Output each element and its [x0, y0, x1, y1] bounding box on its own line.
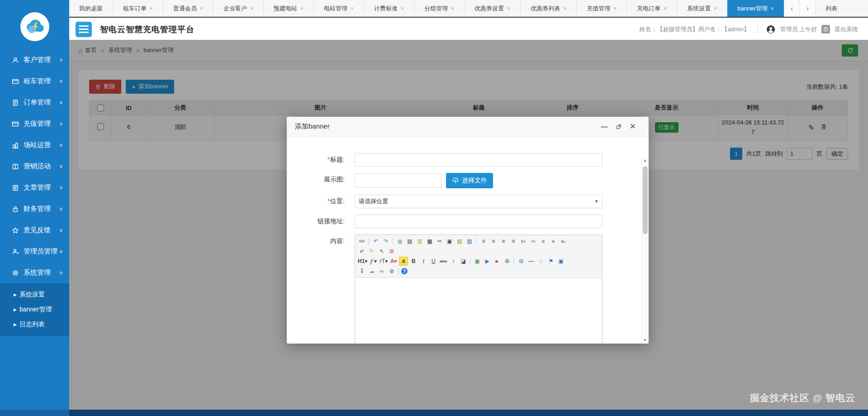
tab-3[interactable]: 普通会员×	[163, 0, 213, 17]
undo-icon[interactable]: ↶	[371, 237, 380, 246]
media-image-icon[interactable]: ▣	[556, 257, 565, 266]
cloud-upload-icon[interactable]: ☁	[367, 267, 376, 276]
ordered-list-icon[interactable]: 1≡	[519, 237, 528, 246]
hilite-color-icon[interactable]: A	[399, 257, 408, 266]
tab-9[interactable]: 优惠券设置×	[465, 0, 521, 17]
sidebar-item-充值管理[interactable]: 充值管理∨	[0, 113, 69, 134]
flash-icon[interactable]: ▶	[483, 257, 492, 266]
tab-close-icon[interactable]: ×	[150, 5, 153, 12]
link-url-input[interactable]	[355, 215, 602, 228]
select-all-icon[interactable]: ↖	[377, 247, 386, 256]
align-left-icon[interactable]: ≡	[479, 237, 488, 246]
unordered-list-icon[interactable]: •≡	[529, 237, 538, 246]
tab-12[interactable]: 充电订单×	[627, 0, 677, 17]
heading-icon[interactable]: H1▾	[357, 257, 368, 266]
sidebar-item-客户管理[interactable]: 客户管理∨	[0, 49, 69, 71]
outdent-icon[interactable]: «	[549, 237, 558, 246]
sidebar-item-租车管理[interactable]: 租车管理∨	[0, 71, 69, 92]
strikethrough-icon[interactable]: ABC	[439, 257, 448, 266]
paste-word-icon[interactable]: ▨	[465, 237, 474, 246]
tab-13[interactable]: 系统设置×	[677, 0, 727, 17]
insert-file-icon[interactable]: ✇	[503, 257, 512, 266]
dialog-scrollbar[interactable]: ▲ ▼	[641, 157, 648, 343]
tab-2[interactable]: 租车订单×	[113, 0, 163, 17]
sidebar-item-文章管理[interactable]: 文章管理∨	[0, 177, 69, 198]
scroll-up-icon[interactable]: ▲	[642, 157, 648, 163]
italic-icon[interactable]: I	[419, 257, 428, 266]
dialog-header[interactable]: 添加banner — ✕	[287, 117, 649, 137]
sidebar-item-意见反馈[interactable]: 意见反馈∨	[0, 220, 69, 241]
sidebar-subitem-banner管理[interactable]: ▶banner管理	[0, 302, 69, 317]
line-height-icon[interactable]: ↕	[449, 257, 458, 266]
unlink-icon[interactable]: ⊘	[387, 267, 396, 276]
template-icon[interactable]: ▥	[415, 237, 424, 246]
font-name-icon[interactable]: Ƒ▾	[369, 257, 378, 266]
tab-10[interactable]: 优惠券列表×	[521, 0, 577, 17]
tab-14[interactable]: banner管理×	[727, 0, 784, 17]
subscript-icon[interactable]: x₂	[559, 237, 568, 246]
sidebar-item-管理员管理[interactable]: 管理员管理∨	[0, 241, 69, 262]
menu-toggle-button[interactable]	[76, 22, 92, 37]
tab-close-icon[interactable]: ×	[771, 5, 774, 12]
sidebar-item-订单管理[interactable]: 订单管理∨	[0, 92, 69, 113]
tab-close-icon[interactable]: ×	[250, 5, 253, 12]
tab-overflow[interactable]: 列表	[816, 0, 868, 17]
close-icon[interactable]: ✕	[630, 123, 636, 130]
bold-icon[interactable]: B	[409, 257, 418, 266]
fore-color-icon[interactable]: A▾	[389, 257, 398, 266]
emoticons-icon[interactable]: ☺	[536, 257, 545, 266]
indent-icon[interactable]: »	[539, 237, 548, 246]
tab-11[interactable]: 充值管理×	[577, 0, 627, 17]
superscript-icon[interactable]: x²	[357, 247, 366, 256]
tab-8[interactable]: 分组管理×	[414, 0, 465, 17]
align-center-icon[interactable]: ≡	[489, 237, 498, 246]
sidebar-item-场站运营[interactable]: 场站运营∨	[0, 134, 69, 156]
tab-close-icon[interactable]: ×	[200, 5, 203, 12]
media-icon[interactable]: ►	[493, 257, 502, 266]
scrollbar-thumb[interactable]	[643, 166, 648, 234]
source-icon[interactable]: </>	[357, 237, 366, 246]
redo-icon[interactable]: ↷	[381, 237, 390, 246]
tab-close-icon[interactable]: ×	[451, 5, 454, 12]
logout-link[interactable]: 退出系统	[835, 25, 858, 33]
minimize-icon[interactable]: —	[601, 123, 608, 130]
sidebar-subitem-日志列表[interactable]: ▶日志列表	[0, 317, 69, 332]
sidebar-item-系统管理[interactable]: 系统管理∧	[0, 262, 69, 283]
tab-close-icon[interactable]: ×	[613, 5, 617, 12]
remove-format-icon[interactable]: ◪	[459, 257, 468, 266]
quick-format-icon[interactable]: ⊞	[387, 247, 396, 256]
power-icon[interactable]	[821, 25, 830, 33]
tab-4[interactable]: 企业客户×	[213, 0, 264, 17]
underline-icon[interactable]: U	[429, 257, 438, 266]
align-right-icon[interactable]: ≡	[499, 237, 508, 246]
tab-5[interactable]: 预建电站×	[264, 0, 314, 17]
tab-close-icon[interactable]: ×	[300, 5, 304, 12]
table-icon[interactable]: ⊞	[517, 257, 526, 266]
tab-7[interactable]: 计费标准×	[364, 0, 414, 17]
editor-content-area[interactable]	[355, 278, 602, 344]
sidebar-item-财务管理[interactable]: 财务管理∨	[0, 198, 69, 220]
image-icon[interactable]: ▣	[473, 257, 482, 266]
align-justify-icon[interactable]: ≡	[509, 237, 518, 246]
link-icon[interactable]: ∞	[377, 267, 386, 276]
about-icon[interactable]: ?	[401, 268, 408, 274]
hr-icon[interactable]: ―	[526, 257, 536, 266]
font-size-icon[interactable]: тT▾	[379, 257, 388, 266]
scroll-down-icon[interactable]: ▼	[642, 337, 648, 343]
banner-title-input[interactable]	[355, 153, 602, 167]
tab-close-icon[interactable]: ×	[664, 5, 667, 12]
print-icon[interactable]: ▤	[405, 237, 414, 246]
tab-6[interactable]: 电站管理×	[314, 0, 364, 17]
maximize-icon[interactable]	[616, 124, 622, 130]
sidebar-item-营销活动[interactable]: 营销活动∨	[0, 156, 69, 177]
map-icon[interactable]: ⚑	[546, 257, 555, 266]
tab-close-icon[interactable]: ×	[351, 5, 354, 12]
paste-icon[interactable]: ▧	[455, 237, 464, 246]
tab-close-icon[interactable]: ×	[714, 5, 717, 12]
tab-scroll-right-icon[interactable]: ›	[800, 0, 816, 17]
cut-icon[interactable]: ✂	[435, 237, 444, 246]
tab-close-icon[interactable]: ×	[507, 5, 510, 12]
copy-icon[interactable]: ▣	[445, 237, 454, 246]
anchor-icon[interactable]: ↧	[357, 267, 366, 276]
code-view-icon[interactable]: ▦	[425, 237, 434, 246]
